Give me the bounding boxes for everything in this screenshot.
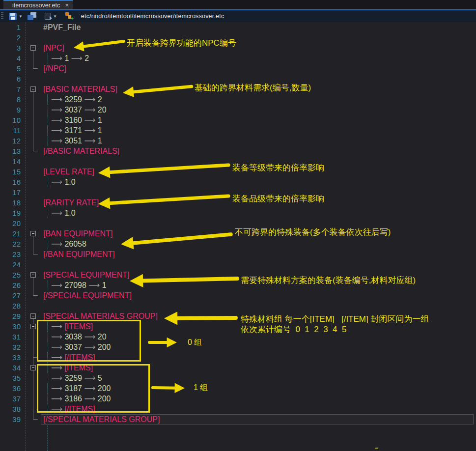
run-button[interactable]: ▼ <box>44 11 58 22</box>
line-number: 8 <box>0 94 21 105</box>
code-text: ⟶ 3186 ⟶ 200 <box>51 394 111 404</box>
tab-bar: itemcrossover.etc × <box>0 0 476 9</box>
code-line[interactable]: 22⟶ 26058 <box>0 239 476 249</box>
code-line[interactable]: 3[NPC] <box>0 43 476 53</box>
fold-line <box>30 342 37 352</box>
fold-line <box>30 53 37 63</box>
code-line[interactable]: 29[SPECIAL MATERIALS GROUP] <box>0 311 476 321</box>
code-line[interactable]: 2 <box>0 32 476 43</box>
code-line[interactable]: 33⟶ [/ITEMS] <box>0 352 476 363</box>
code-line[interactable]: 7[BASIC MATERIALS] <box>0 84 476 94</box>
chevron-down-icon[interactable]: ▼ <box>19 14 23 19</box>
line-number: 5 <box>0 63 21 74</box>
code-text: ⟶ 3038 ⟶ 20 <box>51 332 107 342</box>
code-line[interactable]: 25[SPECIAL EQUIPMENT] <box>0 270 476 280</box>
tab-close-icon[interactable]: × <box>65 2 69 8</box>
line-number: 31 <box>0 332 21 342</box>
line-number: 37 <box>0 394 21 404</box>
code-line[interactable]: 38⟶ [/ITEMS] <box>0 404 476 414</box>
line-number: 7 <box>0 84 21 94</box>
line-number: 2 <box>0 32 21 43</box>
line-number: 32 <box>0 342 21 352</box>
indent-guide <box>47 383 48 394</box>
line-number: 21 <box>0 228 21 239</box>
line-number: 12 <box>0 136 21 146</box>
code-text: ⟶ 1 ⟶ 2 <box>51 53 89 63</box>
fold-collapse-icon[interactable] <box>30 270 37 280</box>
fold-line <box>30 94 37 105</box>
line-number: 34 <box>0 363 21 373</box>
code-line[interactable]: 11⟶ 3171 ⟶ 1 <box>0 125 476 136</box>
code-line[interactable]: 30⟶ [ITEMS] <box>0 321 476 332</box>
code-line[interactable]: 32⟶ 3037 ⟶ 200 <box>0 342 476 352</box>
code-line[interactable]: 34⟶ [ITEMS] <box>0 363 476 373</box>
code-line[interactable]: 26⟶ 27098 ⟶ 1 <box>0 280 476 290</box>
fold-collapse-icon[interactable] <box>30 311 37 321</box>
code-line[interactable]: 4⟶ 1 ⟶ 2 <box>0 53 476 63</box>
file-path: etc/rindro/itemtool/itemcrossover/itemcr… <box>81 13 224 20</box>
code-line[interactable]: 35⟶ 3259 ⟶ 5 <box>0 373 476 383</box>
fold-collapse-icon[interactable] <box>30 43 37 53</box>
tab-itemcrossover[interactable]: itemcrossover.etc × <box>3 0 73 9</box>
line-number: 19 <box>0 208 21 218</box>
code-line[interactable]: 8⟶ 3259 ⟶ 2 <box>0 94 476 105</box>
code-line[interactable]: 15[LEVEL RATE] <box>0 167 476 177</box>
line-number: 39 <box>0 414 21 424</box>
editor-area[interactable]: 1#PVF_File23[NPC]4⟶ 1 ⟶ 25[/NPC]67[BASIC… <box>0 22 476 451</box>
chevron-down-icon[interactable]: ▼ <box>53 14 57 19</box>
fold-line <box>30 63 37 74</box>
code-line[interactable]: 36⟶ 3187 ⟶ 200 <box>0 383 476 394</box>
indent-guide <box>47 177 48 187</box>
add-node-button[interactable]: + <box>64 11 75 22</box>
code-line[interactable]: 27[/SPECIAL EQUIPMENT] <box>0 290 476 301</box>
line-number: 6 <box>0 74 21 84</box>
code-line[interactable]: 16⟶ 1.0 <box>0 177 476 187</box>
tab-label: itemcrossover.etc <box>12 2 60 9</box>
line-number: 16 <box>0 177 21 187</box>
fold-line <box>30 105 37 115</box>
line-number: 14 <box>0 156 21 167</box>
indent-guide <box>47 425 48 451</box>
code-text: [LEVEL RATE] <box>43 167 94 177</box>
line-number: 11 <box>0 125 21 136</box>
indent-guide <box>47 105 48 115</box>
indent-guide <box>47 53 48 63</box>
indent-guide <box>47 239 48 249</box>
code-text: [/BAN EQUIPMENT] <box>43 249 115 259</box>
code-line[interactable]: 5[/NPC] <box>0 63 476 74</box>
code-line[interactable]: 39[/SPECIAL MATERIALS GROUP] <box>0 414 476 424</box>
code-line[interactable]: 20 <box>0 218 476 228</box>
code-line[interactable]: 17 <box>0 187 476 197</box>
code-line[interactable]: 23[/BAN EQUIPMENT] <box>0 249 476 259</box>
code-line[interactable]: 18[RARITY RATE] <box>0 197 476 208</box>
code-line[interactable]: 1#PVF_File <box>0 22 476 32</box>
line-number: 38 <box>0 404 21 414</box>
code-line[interactable]: 37⟶ 3186 ⟶ 200 <box>0 394 476 404</box>
code-line[interactable]: 6 <box>0 74 476 84</box>
fold-collapse-icon[interactable] <box>30 228 37 239</box>
code-line[interactable]: 9⟶ 3037 ⟶ 20 <box>0 105 476 115</box>
toolbar-grip-handle[interactable] <box>1 12 3 20</box>
code-line[interactable]: 24 <box>0 259 476 270</box>
code-line[interactable]: 12⟶ 3051 ⟶ 1 <box>0 136 476 146</box>
save-button[interactable]: ▼ <box>8 11 24 22</box>
fold-collapse-icon[interactable] <box>30 84 37 94</box>
save-all-button[interactable] <box>27 11 37 22</box>
line-number: 1 <box>0 22 21 32</box>
line-number: 36 <box>0 383 21 394</box>
fold-collapse-icon[interactable] <box>30 363 37 373</box>
code-line[interactable]: 14 <box>0 156 476 167</box>
fold-line <box>30 373 37 383</box>
add-node-icon: + <box>65 12 74 20</box>
code-line[interactable]: 13[/BASIC MATERIALS] <box>0 146 476 156</box>
code-line[interactable]: 28 <box>0 301 476 311</box>
code-line[interactable]: 31⟶ 3038 ⟶ 20 <box>0 332 476 342</box>
fold-collapse-icon[interactable] <box>30 321 37 332</box>
code-line[interactable]: 10⟶ 3160 ⟶ 1 <box>0 115 476 125</box>
code-line[interactable]: 21[BAN EQUIPMENT] <box>0 228 476 239</box>
code-text: ⟶ 3259 ⟶ 5 <box>51 373 102 383</box>
code-line[interactable]: 19⟶ 1.0 <box>0 208 476 218</box>
fold-line <box>30 146 37 156</box>
line-number: 28 <box>0 301 21 311</box>
indent-guide <box>47 363 48 373</box>
